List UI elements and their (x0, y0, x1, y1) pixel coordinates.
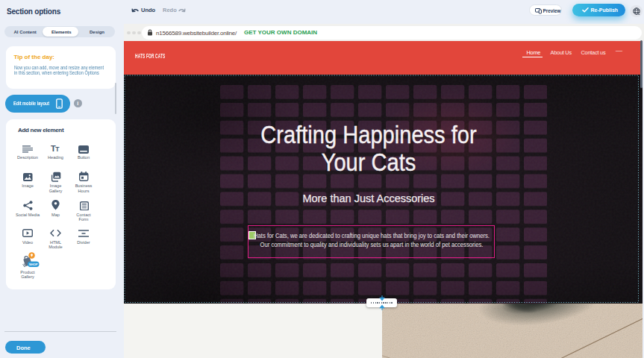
svg-text:SHOP: SHOP (29, 263, 38, 266)
